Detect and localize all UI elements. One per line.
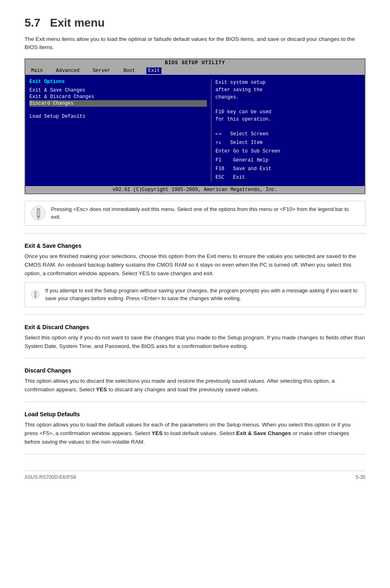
svg-rect-10 — [35, 292, 36, 292]
footer-divider — [25, 454, 365, 454]
divider-3 — [25, 358, 365, 358]
legend-esc: ESC Exit — [215, 173, 361, 182]
bios-option-load-defaults[interactable]: Load Setup Defaults — [29, 113, 207, 120]
bios-section-header: Exit Options — [29, 79, 207, 85]
divider-1 — [25, 233, 365, 233]
note-text-2: If you attempt to exit the Setup program… — [45, 287, 359, 303]
page-footer: ASUS RS700D-E6/PS8 5-35 — [25, 471, 365, 480]
note-icon-2 — [31, 287, 40, 302]
bios-body: Exit Options Exit & Save Changes Exit & … — [25, 75, 365, 186]
section-body-load-defaults: This option allows you to load the defau… — [25, 421, 365, 447]
legend-select-screen: ←→ Select Screen — [215, 130, 361, 138]
section-header-exit-save: Exit & Save Changes — [25, 242, 365, 249]
bios-option-exit-discard[interactable]: Exit & Discard Changes — [29, 94, 207, 100]
svg-rect-3 — [37, 208, 40, 210]
section-title: 5.7 Exit menu — [25, 16, 365, 29]
bios-menu-main[interactable]: Main — [29, 67, 45, 74]
bios-menu-exit[interactable]: Exit — [146, 67, 161, 74]
bios-screen: BIOS SETUP UTILITY Main Advanced Server … — [25, 58, 365, 194]
note-box-2: If you attempt to exit the Setup program… — [25, 282, 365, 307]
bios-left-panel: Exit Options Exit & Save Changes Exit & … — [29, 79, 211, 182]
section-body-exit-save: Once you are finished making your select… — [25, 252, 365, 278]
section-body-discard: This option allows you to discard the se… — [25, 377, 365, 394]
bios-help-text: Exit system setupafter saving thechanges… — [215, 79, 361, 123]
bios-right-panel: Exit system setupafter saving thechanges… — [211, 79, 361, 182]
note-text-1: Pressing <Esc> does not immediately exit… — [51, 205, 359, 221]
bios-title-bar: BIOS SETUP UTILITY — [25, 59, 365, 67]
section-header-discard: Discard Changes — [25, 367, 365, 374]
bios-option-discard[interactable]: Discard Changes — [29, 100, 207, 107]
bios-legend: ←→ Select Screen ↑↓ Select Item Enter Go… — [215, 130, 361, 182]
section-header-exit-discard: Exit & Discard Changes — [25, 324, 365, 330]
legend-f1: F1 General Help — [215, 156, 361, 164]
bios-menu-boot[interactable]: Boot — [122, 67, 137, 74]
legend-sub-screen: Enter Go to Sub Screen — [215, 147, 361, 155]
bios-option-exit-save[interactable]: Exit & Save Changes — [29, 87, 207, 94]
bios-menu-server[interactable]: Server — [91, 67, 112, 74]
divider-4 — [25, 402, 365, 402]
bios-menu-bar[interactable]: Main Advanced Server Boot Exit — [25, 67, 365, 75]
section-body-exit-discard: Select this option only if you do not wa… — [25, 334, 365, 351]
divider-2 — [25, 314, 365, 315]
section-header-load-defaults: Load Setup Defaults — [25, 411, 365, 417]
footer-right: 5-35 — [356, 474, 365, 480]
bios-footer: v02.61 (C)Copyright 1985-2009, American … — [25, 186, 365, 193]
footer-left: ASUS RS700D-E6/PS8 — [25, 474, 76, 480]
bios-option-spacer — [29, 107, 207, 113]
note-icon-1 — [31, 205, 46, 221]
legend-f10: F10 Save and Exit — [215, 164, 361, 173]
note-box-1: Pressing <Esc> does not immediately exit… — [25, 201, 365, 226]
bios-menu-advanced[interactable]: Advanced — [54, 67, 81, 74]
legend-select-item: ↑↓ Select Item — [215, 138, 361, 147]
intro-paragraph: The Exit menu items allow you to load th… — [25, 35, 365, 52]
